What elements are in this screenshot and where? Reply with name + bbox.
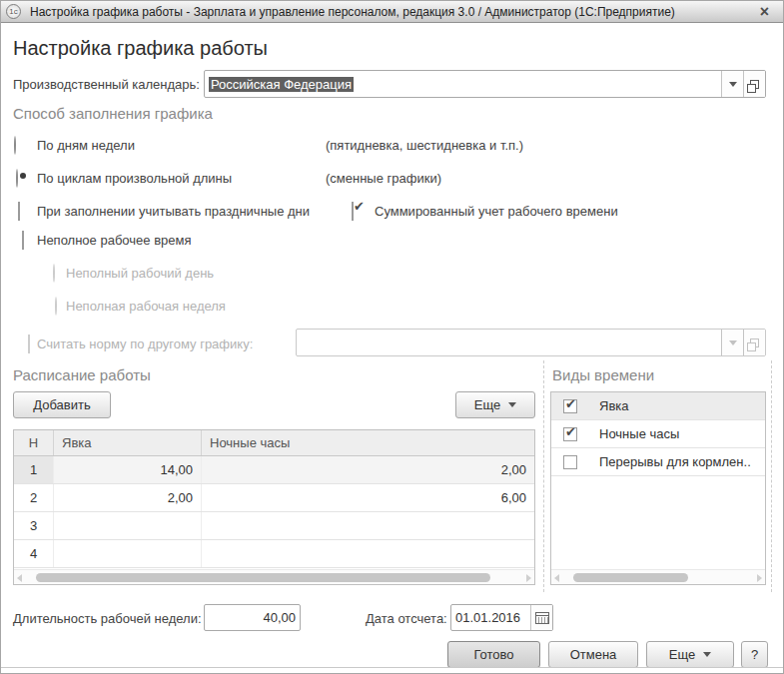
- table-row[interactable]: 3: [14, 512, 534, 540]
- part-time-checkbox[interactable]: [22, 231, 24, 250]
- open-icon: [750, 338, 759, 347]
- calendar-dropdown-button[interactable]: [721, 71, 743, 97]
- summarized-checkbox-label: Суммированный учет рабочего времени: [375, 204, 618, 219]
- chevron-down-icon: [729, 340, 737, 345]
- week-length-input[interactable]: 40,00: [204, 604, 301, 631]
- scroll-right-icon[interactable]: [757, 574, 762, 582]
- radio-part-week-label: Неполная рабочая неделя: [66, 299, 226, 314]
- other-schedule-label: Считать норму по другому графику:: [37, 337, 253, 351]
- radio-part-day: [53, 264, 55, 283]
- check-icon: ✔: [354, 199, 365, 214]
- start-date-label: Дата отсчета:: [366, 611, 447, 626]
- chevron-down-icon: [703, 652, 711, 657]
- radio-by-weekdays-note: (пятидневка, шестидневка и т.п.): [326, 138, 523, 153]
- scroll-left-icon[interactable]: [554, 574, 559, 582]
- scrollbar-thumb[interactable]: [573, 573, 688, 582]
- table-header: Н Явка Ночные часы: [14, 430, 534, 456]
- table-row[interactable]: 4: [14, 540, 534, 568]
- scrollbar-thumb[interactable]: [36, 573, 490, 582]
- radio-by-cycles-note: (сменные графики): [326, 171, 441, 186]
- other-schedule-open-button: [743, 330, 765, 355]
- cancel-button[interactable]: Отмена: [548, 641, 638, 668]
- close-icon[interactable]: ×: [760, 2, 769, 22]
- holidays-checkbox-label: При заполнении учитывать праздничные дни: [37, 204, 310, 219]
- part-time-checkbox-label: Неполное рабочее время: [37, 233, 191, 248]
- radio-by-weekdays-label: По дням недели: [37, 138, 135, 153]
- scroll-left-icon[interactable]: [17, 574, 22, 582]
- time-type-checkbox[interactable]: ✔: [563, 399, 577, 413]
- bottom-divider: [1, 667, 784, 668]
- other-schedule-input: [296, 329, 766, 356]
- add-button[interactable]: Добавить: [13, 391, 111, 418]
- chevron-down-icon: [729, 82, 737, 87]
- window-title: Настройка графика работы - Зарплата и уп…: [30, 5, 675, 19]
- production-calendar-label: Производственный календарь:: [13, 77, 200, 92]
- check-icon: ✔: [565, 396, 576, 411]
- window-titlebar: 1с Настройка графика работы - Зарплата и…: [1, 1, 783, 23]
- right-edge-splitter: [771, 360, 772, 592]
- radio-part-week: [55, 297, 57, 316]
- time-types-list: ✔ Явка ✔ Ночные часы Перерывы для кормле…: [550, 391, 766, 585]
- col-header-yavka: Явка: [54, 430, 202, 455]
- done-button[interactable]: Готово: [447, 641, 540, 668]
- scroll-right-icon[interactable]: [526, 574, 531, 582]
- list-item[interactable]: Перерывы для кормлен..: [551, 448, 765, 476]
- schedule-more-button[interactable]: Еще: [455, 391, 535, 418]
- schedule-table: Н Явка Ночные часы 1 14,00 2,00 2 2,00 6…: [13, 429, 535, 585]
- col-header-night: Ночные часы: [202, 430, 534, 455]
- start-date-value: 01.01.2016: [451, 610, 530, 625]
- table-row[interactable]: 2 2,00 6,00: [14, 484, 534, 512]
- table-horizontal-scrollbar[interactable]: [14, 569, 534, 584]
- table-row[interactable]: 1 14,00 2,00: [14, 456, 534, 484]
- chevron-down-icon: [508, 402, 516, 407]
- list-item[interactable]: ✔ Явка: [551, 392, 765, 420]
- 1c-logo-icon: 1с: [6, 4, 21, 19]
- holidays-checkbox[interactable]: [18, 202, 20, 221]
- other-schedule-checkbox: [28, 335, 30, 353]
- time-type-checkbox[interactable]: ✔: [563, 427, 577, 441]
- radio-by-cycles-label: По циклам произвольной длины: [37, 171, 232, 186]
- fill-method-heading: Способ заполнения графика: [13, 105, 213, 122]
- production-calendar-input[interactable]: Российская Федерация: [204, 70, 766, 98]
- list-item[interactable]: ✔ Ночные часы: [551, 420, 765, 448]
- start-date-input[interactable]: 01.01.2016: [450, 604, 553, 631]
- other-schedule-dropdown-button: [721, 330, 743, 355]
- week-length-value: 40,00: [205, 610, 300, 625]
- list-horizontal-scrollbar[interactable]: [551, 569, 765, 584]
- check-icon: ✔: [565, 424, 576, 439]
- time-type-checkbox[interactable]: [563, 455, 577, 469]
- calendar-icon: [535, 612, 549, 624]
- page-title: Настройка графика работы: [13, 37, 268, 60]
- radio-by-cycles[interactable]: [16, 169, 18, 188]
- schedule-heading: Расписание работы: [13, 366, 151, 383]
- help-button[interactable]: ?: [741, 641, 768, 668]
- panel-splitter[interactable]: [543, 360, 544, 592]
- summarized-checkbox[interactable]: ✔: [352, 202, 354, 221]
- footer-more-button[interactable]: Еще: [646, 641, 734, 668]
- app-window: 1с Настройка графика работы - Зарплата и…: [0, 0, 784, 674]
- time-types-heading: Виды времени: [552, 366, 654, 383]
- radio-by-weekdays[interactable]: [14, 136, 16, 155]
- radio-part-day-label: Неполный рабочий день: [66, 266, 214, 281]
- week-length-label: Длительность рабочей недели:: [13, 611, 202, 626]
- calendar-open-button[interactable]: [743, 71, 765, 97]
- open-icon: [750, 80, 759, 89]
- col-header-n: Н: [14, 430, 54, 455]
- production-calendar-value: Российская Федерация: [209, 77, 354, 92]
- date-picker-button[interactable]: [530, 605, 552, 630]
